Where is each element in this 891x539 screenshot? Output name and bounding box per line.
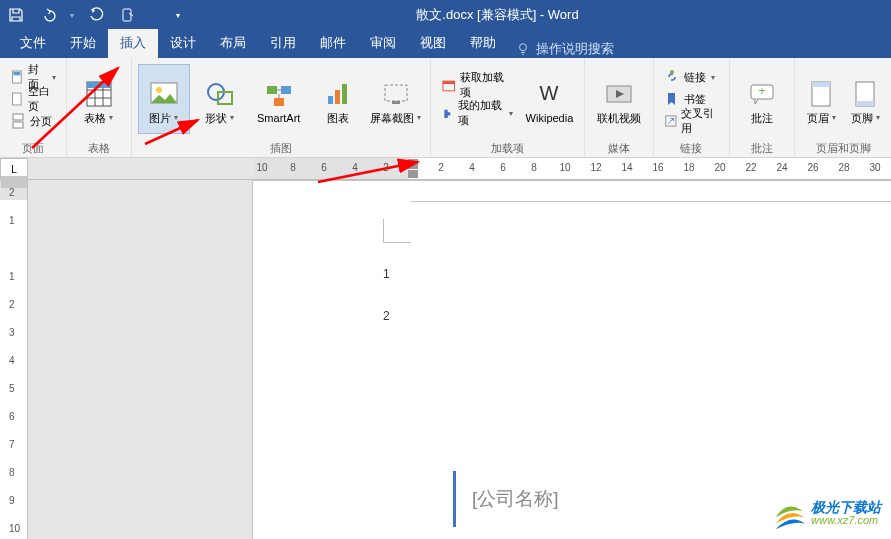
svg-rect-6 xyxy=(13,122,23,128)
crossref-icon xyxy=(664,113,678,129)
ruler-tick: 8 xyxy=(290,162,296,173)
ruler-tick: 7 xyxy=(9,439,15,450)
tab-home[interactable]: 开始 xyxy=(58,29,108,58)
svg-rect-8 xyxy=(87,82,111,88)
page-break-icon xyxy=(10,113,26,129)
vertical-ruler[interactable]: 21123456789101112 xyxy=(0,180,28,539)
wikipedia-button[interactable]: W Wikipedia xyxy=(521,64,577,134)
shapes-button[interactable]: 形状▾ xyxy=(194,64,246,134)
comment-icon: + xyxy=(746,78,778,110)
footer-icon xyxy=(849,78,881,110)
tab-mailings[interactable]: 邮件 xyxy=(308,29,358,58)
svg-text:W: W xyxy=(540,82,559,104)
hyperlink-button[interactable]: 链接▾ xyxy=(660,66,723,88)
lightbulb-icon xyxy=(516,42,530,56)
tab-help[interactable]: 帮助 xyxy=(458,29,508,58)
tab-insert[interactable]: 插入 xyxy=(108,29,158,58)
ruler-tick: 4 xyxy=(352,162,358,173)
chart-button[interactable]: 图表 xyxy=(312,64,364,134)
screenshot-button[interactable]: 屏幕截图▾ xyxy=(368,64,424,134)
save-icon[interactable] xyxy=(6,5,26,25)
undo-icon[interactable] xyxy=(38,5,58,25)
ruler-tick: 2 xyxy=(9,299,15,310)
blank-page-button[interactable]: 空白页 xyxy=(6,88,60,110)
group-links: 链接▾ 书签 交叉引用 链接 xyxy=(654,58,730,157)
group-label-tables: 表格 xyxy=(88,141,110,157)
svg-point-1 xyxy=(520,44,527,51)
ruler-tick: 9 xyxy=(9,495,15,506)
ruler-tick: 5 xyxy=(9,383,15,394)
watermark-url: www.xz7.com xyxy=(811,515,881,527)
ruler-tick: 10 xyxy=(559,162,570,173)
paragraph-2: 2 xyxy=(383,309,390,323)
svg-rect-0 xyxy=(123,9,131,21)
store-icon xyxy=(441,77,456,93)
ruler-tick: 24 xyxy=(776,162,787,173)
addins-icon xyxy=(441,105,454,121)
tab-review[interactable]: 审阅 xyxy=(358,29,408,58)
tell-me-search[interactable]: 操作说明搜索 xyxy=(516,40,614,58)
ribbon: 封面▾ 空白页 分页 页面 表格▾ 表格 xyxy=(0,58,891,158)
footer-button[interactable]: 页脚▾ xyxy=(845,64,885,134)
watermark-title: 极光下载站 xyxy=(811,500,881,515)
group-label-addins: 加载项 xyxy=(491,141,524,157)
ruler-tick: 2 xyxy=(9,187,15,198)
svg-rect-20 xyxy=(392,101,400,104)
online-video-button[interactable]: 联机视频 xyxy=(591,64,647,134)
tab-layout[interactable]: 布局 xyxy=(208,29,258,58)
dropdown-arrow-icon[interactable]: ▾ xyxy=(70,11,74,20)
svg-point-25 xyxy=(670,70,674,74)
wikipedia-icon: W xyxy=(533,78,565,110)
header-button[interactable]: 页眉▾ xyxy=(801,64,841,134)
document-page: 1 2 [公司名称] xyxy=(252,180,891,539)
ruler-tick: 10 xyxy=(9,523,20,534)
redo-icon[interactable] xyxy=(86,5,106,25)
ruler-tick: 2 xyxy=(438,162,444,173)
group-addins: 获取加载项 我的加载项▾ W Wikipedia 加载项 xyxy=(431,58,585,157)
document-viewport[interactable]: 1 2 [公司名称] xyxy=(28,180,891,539)
watermark-logo-icon xyxy=(771,495,807,531)
page-break-button[interactable]: 分页 xyxy=(6,110,60,132)
quick-access-toolbar: ▾ ▾ xyxy=(6,5,180,25)
svg-rect-5 xyxy=(13,114,23,120)
tab-design[interactable]: 设计 xyxy=(158,29,208,58)
smartart-button[interactable]: SmartArt xyxy=(250,64,308,134)
touch-mode-icon[interactable] xyxy=(118,5,138,25)
ruler-tick: 16 xyxy=(652,162,663,173)
table-icon xyxy=(83,78,115,110)
svg-point-10 xyxy=(156,87,162,93)
ruler-tick: 8 xyxy=(9,467,15,478)
tab-references[interactable]: 引用 xyxy=(258,29,308,58)
group-label-links: 链接 xyxy=(680,141,702,157)
ruler-tick: 28 xyxy=(838,162,849,173)
ruler-tick: 10 xyxy=(256,162,267,173)
tab-file[interactable]: 文件 xyxy=(8,29,58,58)
get-addins-button[interactable]: 获取加载项 xyxy=(437,74,518,96)
my-addins-button[interactable]: 我的加载项▾ xyxy=(437,102,518,124)
group-pages: 封面▾ 空白页 分页 页面 xyxy=(0,58,67,157)
horizontal-ruler[interactable]: 10864224681012141618202224262830 xyxy=(254,158,891,179)
svg-rect-15 xyxy=(274,98,284,106)
ruler-tick: 30 xyxy=(869,162,880,173)
ruler-tick: 14 xyxy=(621,162,632,173)
text-cursor-area[interactable] xyxy=(383,219,411,243)
cross-reference-button[interactable]: 交叉引用 xyxy=(660,110,723,132)
table-button[interactable]: 表格▾ xyxy=(73,64,125,134)
svg-rect-14 xyxy=(281,86,291,94)
chart-icon xyxy=(322,78,354,110)
window-title: 散文.docx [兼容模式] - Word xyxy=(180,6,885,24)
ruler-tick: 4 xyxy=(469,162,475,173)
svg-text:+: + xyxy=(759,84,766,98)
tab-view[interactable]: 视图 xyxy=(408,29,458,58)
paragraph-1: 1 xyxy=(383,267,390,281)
ruler-tick: 20 xyxy=(714,162,725,173)
comment-button[interactable]: + 批注 xyxy=(736,64,788,134)
smartart-icon xyxy=(263,78,295,110)
pictures-button[interactable]: 图片▾ xyxy=(138,64,190,134)
group-tables: 表格▾ 表格 xyxy=(67,58,132,157)
svg-rect-4 xyxy=(13,93,22,105)
screenshot-icon xyxy=(380,78,412,110)
ruler-tick: 2 xyxy=(383,162,389,173)
ruler-tick: 8 xyxy=(531,162,537,173)
ruler-tick: 6 xyxy=(500,162,506,173)
